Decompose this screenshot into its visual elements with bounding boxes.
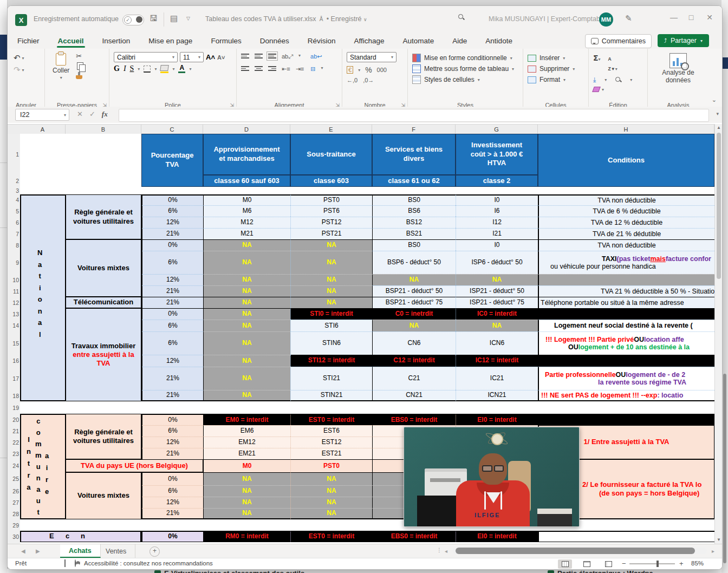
cell-G14[interactable]: NA (456, 320, 538, 331)
cell-C4[interactable]: 0% (141, 194, 203, 205)
scroll-down-icon[interactable]: ▼ (715, 536, 723, 544)
cell-H30[interactable] (538, 531, 714, 542)
cell-E5[interactable]: PST6 (290, 205, 372, 217)
scroll-thumb[interactable] (456, 548, 695, 554)
row-header-26[interactable]: 26 (8, 488, 19, 494)
cell-H15[interactable]: !!! Logement !!! Partie privé OU locatio… (538, 331, 714, 355)
scroll-thumb[interactable] (717, 133, 721, 279)
header-approvisionnement[interactable]: Approvisionnementet marchandises (203, 134, 290, 175)
cell-D15[interactable]: NA (203, 331, 290, 355)
cell-D21[interactable]: EM6 (203, 425, 290, 437)
cell-C11[interactable]: 21% (141, 285, 203, 297)
cell-F20[interactable]: EBS0 = interdit (372, 414, 456, 425)
row-header-27[interactable]: 27 (8, 499, 19, 506)
row-header-13[interactable]: 13 (8, 311, 19, 317)
zoom-in-button[interactable]: + (679, 559, 684, 568)
cell-G20[interactable]: EI0 = interdit (456, 414, 538, 425)
undo-button[interactable]: ↶▾ (12, 52, 40, 64)
maximize-button[interactable]: □ (683, 13, 699, 22)
accessibility-icon[interactable] (75, 560, 76, 567)
header-classe-2[interactable]: classe 2 (456, 175, 538, 187)
cell-G30[interactable]: EI0 = interdit (456, 531, 538, 542)
cell-C25[interactable]: 0% (141, 472, 203, 485)
cell-H16[interactable] (538, 355, 714, 367)
number-format-select[interactable]: Standard▾ (347, 52, 396, 62)
thousands-format-icon[interactable]: 000 (377, 67, 387, 73)
header-classe-603[interactable]: classe 603 (290, 175, 372, 187)
cell-E13[interactable]: STI0 = interdit (290, 308, 372, 320)
row-header-29[interactable]: 29 (8, 522, 19, 529)
ribbon-tab-mise-en-page[interactable]: Mise en page (147, 37, 193, 45)
cell-E15[interactable]: STIN6 (290, 331, 372, 355)
cell-D28[interactable]: NA (203, 508, 290, 519)
cell-C16[interactable]: 12% (141, 355, 203, 367)
cell-D13[interactable]: NA (203, 308, 290, 320)
cell-D12[interactable]: NA (203, 297, 290, 308)
cell-E7[interactable]: PST21 (290, 228, 372, 239)
label-voitures-mixtes[interactable]: Voitures mixtes (66, 239, 141, 297)
align-left-icon[interactable] (241, 66, 249, 71)
cell-C17[interactable]: 21% (141, 367, 203, 390)
label-voitures-mixtes-intra[interactable]: Voitures mixtes (66, 472, 141, 519)
ribbon-tab-données[interactable]: Données (259, 37, 290, 45)
cell-E10[interactable]: NA (290, 274, 372, 285)
row-header-17[interactable]: 17 (8, 375, 19, 382)
minimize-button[interactable]: — (666, 13, 682, 22)
cell-C13[interactable]: 0% (141, 308, 203, 320)
underline-button[interactable]: S (130, 64, 134, 73)
row-header-11[interactable]: 11 (8, 288, 19, 295)
cell-E25[interactable]: NA (290, 472, 372, 485)
conditional-formatting-button[interactable]: Mise en forme conditionnelle▾ (412, 53, 518, 63)
zoom-out-button[interactable]: − (622, 559, 626, 568)
cell-F8[interactable]: BS0 (372, 239, 456, 251)
zoom-slider[interactable] (629, 563, 675, 564)
orientation-icon[interactable]: ab⤢ (282, 53, 293, 60)
row-header-30[interactable]: 30 (8, 533, 19, 540)
cell-H20[interactable] (538, 414, 714, 425)
row-header-24[interactable]: 24 (8, 463, 19, 469)
header-investissement[interactable]: Investissementcoût > à 1.000 €HTVA (456, 134, 538, 175)
row-header-2[interactable]: 2 (8, 178, 19, 184)
name-box[interactable]: I22▾ (15, 109, 69, 121)
label-travaux-immobilier[interactable]: Travaux immobilierentre assujetti à laTV… (66, 308, 141, 401)
increase-decimal-icon[interactable]: ←,0 (347, 77, 358, 83)
cell-F4[interactable]: BS0 (372, 194, 456, 205)
insert-cells-button[interactable]: Insérer▾ (528, 53, 584, 63)
cell-D4[interactable]: M0 (203, 194, 290, 205)
accessibility-status[interactable]: Accessibilité : consultez nos recommanda… (84, 560, 213, 567)
zoom-level[interactable]: 85% (691, 560, 704, 567)
font-name-select[interactable]: Calibri▾ (114, 52, 178, 62)
font-color-icon[interactable]: A (178, 65, 185, 73)
row-header-8[interactable]: 8 (8, 242, 19, 249)
new-sheet-button[interactable]: + (150, 546, 160, 557)
label-tva-pays-ue[interactable]: TVA du pays UE (hors Belgique) (66, 459, 203, 472)
cell-E11[interactable]: NA (290, 285, 372, 297)
cell-styles-button[interactable]: Styles de cellules▾ (412, 75, 518, 84)
cell-G7[interactable]: I21 (456, 228, 538, 239)
scroll-left-icon[interactable]: ◂ (445, 548, 447, 554)
ink-pen-icon[interactable]: ✎ (625, 14, 632, 23)
cell-F15[interactable]: CN6 (372, 331, 456, 355)
cell-E4[interactable]: PST0 (290, 194, 372, 205)
italic-button[interactable]: I (123, 64, 126, 73)
cell-F18[interactable]: CN21 (372, 390, 456, 401)
cell-H10[interactable] (538, 274, 714, 285)
sort-filter-icon[interactable]: AZ▼▾ (608, 53, 618, 73)
cancel-icon[interactable]: ✕ (77, 110, 83, 119)
cell-E23[interactable]: EST21 (290, 448, 372, 459)
cell-H9[interactable]: TAXI (pas ticket mais facture conforou v… (538, 251, 714, 274)
grow-font-icon[interactable]: A˄ (206, 53, 215, 62)
save-icon[interactable]: 🖫 (150, 14, 158, 23)
column-header-E[interactable]: E (290, 125, 372, 134)
cell-E6[interactable]: PST12 (290, 217, 372, 228)
cell-H11[interactable]: TVA 21 % déductible à 50 % - Situation h… (538, 285, 714, 297)
header-pourcentage-tva[interactable]: PourcentageTVA (141, 134, 203, 187)
cell-C10[interactable]: 12% (141, 274, 203, 285)
cell-F30[interactable]: EBS0 = interdit (372, 531, 456, 542)
cell-D22[interactable]: EM12 (203, 437, 290, 448)
cell-G9[interactable]: ISP6 - déduct° 50 (456, 251, 538, 274)
ribbon-tab-aide[interactable]: Aide (451, 37, 468, 45)
cell-H14[interactable]: Logement neuf social destiné à la revent… (538, 320, 714, 331)
column-header-A[interactable]: A (20, 125, 66, 134)
ribbon-tab-insertion[interactable]: Insertion (101, 37, 132, 45)
